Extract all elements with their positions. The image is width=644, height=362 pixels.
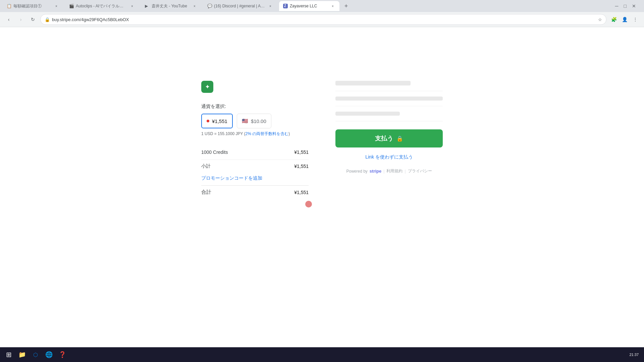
address-bar[interactable]: 🔒 buy.stripe.com/4gw29F6QAc5B0LebOX ☆ xyxy=(40,14,606,25)
taskbar-vscode[interactable]: ⬡ xyxy=(30,349,42,361)
taskbar-file-explorer[interactable]: 📁 xyxy=(16,349,28,361)
skeleton-line-2 xyxy=(335,97,443,101)
jpy-dot xyxy=(207,120,209,122)
back-button[interactable]: ‹ xyxy=(4,15,13,24)
skeleton-line-1 xyxy=(335,81,411,85)
line-item-label: 1000 Credits xyxy=(201,149,228,155)
exchange-rate-text: 1 USD = 155.1000 JPY ( xyxy=(201,131,246,136)
usd-currency-button[interactable]: 🇺🇸 $10.00 xyxy=(237,114,271,128)
tab-5-close[interactable]: × xyxy=(330,3,335,9)
menu-icon[interactable]: ⋮ xyxy=(631,15,640,24)
forward-button[interactable]: › xyxy=(16,15,25,24)
skeleton-section-3 xyxy=(335,112,443,121)
separator-2: | xyxy=(405,169,406,174)
skeleton-section-1 xyxy=(335,81,443,91)
exchange-rate-info: 1 USD = 155.1000 JPY (2% の両替手数料を含む) xyxy=(201,131,309,137)
powered-by-section: Powered by stripe | 利用規約 | プライバシー xyxy=(335,168,443,174)
tab-1-title: 毎額確認項目① xyxy=(13,3,52,9)
brand-icon: ✦ xyxy=(201,81,213,93)
close-button[interactable]: ✕ xyxy=(632,3,636,9)
currency-options: ¥1,551 🇺🇸 $10.00 xyxy=(201,114,309,128)
taskbar-right: 21:37 xyxy=(629,353,641,357)
tab-bar: 📋 毎額確認項目① × 🎬 Autoclips - AIでバイラルショート動画.… xyxy=(0,0,644,12)
tab-2-favicon: 🎬 xyxy=(69,4,74,8)
exchange-rate-link[interactable]: 2% の両替手数料を含む xyxy=(246,131,289,136)
new-tab-button[interactable]: + xyxy=(341,1,351,11)
taskbar-start[interactable]: ⊞ xyxy=(3,349,15,361)
currency-label: 通貨を選択: xyxy=(201,104,309,110)
usd-amount: $10.00 xyxy=(251,118,266,124)
checkout-container: ✦ 通貨を選択: ¥1,551 🇺🇸 $10.00 1 USD = 155.10… xyxy=(195,74,449,215)
line-item-row: 1000 Credits ¥1,551 xyxy=(201,146,309,158)
pay-button[interactable]: 支払う 🔒 xyxy=(335,129,443,147)
page-content: ✦ 通貨を選択: ¥1,551 🇺🇸 $10.00 1 USD = 155.10… xyxy=(0,27,644,349)
tab-5-active[interactable]: Z Zayaverse LLC × xyxy=(279,1,339,11)
tab-4-favicon: 💬 xyxy=(207,4,212,8)
promo-code-link[interactable]: プロモーションコードを追加 xyxy=(201,173,309,184)
skeleton-line-3 xyxy=(335,112,400,116)
right-panel: 支払う 🔒 Link を使わずに支払う Powered by stripe | … xyxy=(322,74,449,215)
terms-link[interactable]: 利用規約 xyxy=(386,168,402,174)
refresh-button[interactable]: ↻ xyxy=(28,15,38,24)
taskbar-chrome[interactable]: 🌐 xyxy=(43,349,55,361)
taskbar-time: 21:37 xyxy=(629,353,639,357)
exchange-rate-suffix: ) xyxy=(288,131,290,136)
browser-toolbar: ‹ › ↻ 🔒 buy.stripe.com/4gw29F6QAc5B0LebO… xyxy=(0,12,644,27)
bookmark-icon[interactable]: ☆ xyxy=(598,17,602,22)
tab-3-title: 斎井丈夫 - YouTube xyxy=(152,3,190,9)
brand-symbol: ✦ xyxy=(205,83,210,90)
left-panel: ✦ 通貨を選択: ¥1,551 🇺🇸 $10.00 1 USD = 155.10… xyxy=(195,74,322,215)
stripe-brand: stripe xyxy=(370,169,381,174)
powered-by-text: Powered by xyxy=(346,169,367,174)
jpy-amount: ¥1,551 xyxy=(212,118,227,124)
jpy-currency-button[interactable]: ¥1,551 xyxy=(201,114,233,128)
skeleton-section-2 xyxy=(335,97,443,106)
cursor-indicator xyxy=(305,201,312,207)
tab-4-title: (16) Discord | #general | Autoc... xyxy=(214,4,266,8)
tab-1-favicon: 📋 xyxy=(7,4,11,8)
subtotal-price: ¥1,551 xyxy=(294,164,309,169)
minimize-button[interactable]: ─ xyxy=(615,3,619,9)
total-price: ¥1,551 xyxy=(294,190,309,195)
tab-1[interactable]: 📋 毎額確認項目① × xyxy=(3,1,63,11)
tab-3[interactable]: ▶ 斎井丈夫 - YouTube × xyxy=(141,1,201,11)
line-item-price: ¥1,551 xyxy=(294,149,309,155)
tab-5-title: Zayaverse LLC xyxy=(290,4,328,8)
profile-icon[interactable]: 👤 xyxy=(620,15,629,24)
pay-lock-icon: 🔒 xyxy=(396,135,403,142)
tab-4-close[interactable]: × xyxy=(268,3,273,9)
total-row: 合計 ¥1,551 xyxy=(201,185,309,199)
browser-chrome: 📋 毎額確認項目① × 🎬 Autoclips - AIでバイラルショート動画.… xyxy=(0,0,644,27)
url-text: buy.stripe.com/4gw29F6QAc5B0LebOX xyxy=(52,17,129,22)
taskbar: ⊞ 📁 ⬡ 🌐 ❓ 21:37 xyxy=(0,347,644,362)
tab-2[interactable]: 🎬 Autoclips - AIでバイラルショート動画... × xyxy=(65,1,139,11)
pay-button-label: 支払う xyxy=(375,134,393,142)
total-label: 合計 xyxy=(201,189,211,195)
us-flag: 🇺🇸 xyxy=(242,118,248,124)
tab-4[interactable]: 💬 (16) Discord | #general | Autoc... × xyxy=(203,1,277,11)
subtotal-label: 小計 xyxy=(201,163,211,169)
maximize-button[interactable]: □ xyxy=(624,3,627,9)
tab-3-favicon: ▶ xyxy=(145,4,150,8)
toolbar-actions: 🧩 👤 ⋮ xyxy=(609,15,640,24)
subtotal-row: 小計 ¥1,551 xyxy=(201,160,309,173)
tab-1-close[interactable]: × xyxy=(54,3,59,9)
privacy-link[interactable]: プライバシー xyxy=(408,168,432,174)
link-pay-button[interactable]: Link を使わずに支払う xyxy=(335,153,443,162)
extensions-icon[interactable]: 🧩 xyxy=(609,15,619,24)
separator-1: | xyxy=(383,169,384,174)
cursor-area xyxy=(201,201,309,208)
tab-5-favicon: Z xyxy=(283,4,288,8)
tab-2-close[interactable]: × xyxy=(129,3,135,9)
tab-3-close[interactable]: × xyxy=(192,3,197,9)
lock-icon: 🔒 xyxy=(45,17,50,22)
taskbar-help[interactable]: ❓ xyxy=(56,349,68,361)
tab-2-title: Autoclips - AIでバイラルショート動画... xyxy=(76,3,127,9)
